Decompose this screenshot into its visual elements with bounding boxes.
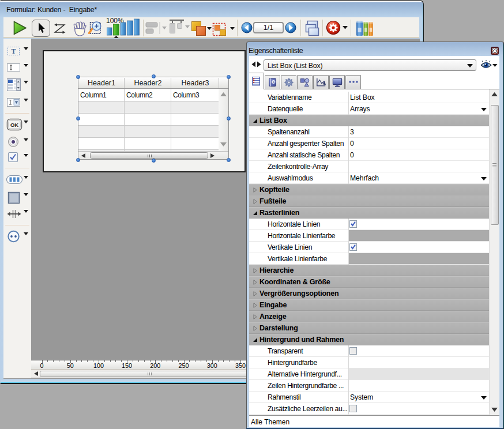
- svg-text:OK: OK: [10, 122, 18, 128]
- svg-text:T: T: [11, 47, 16, 55]
